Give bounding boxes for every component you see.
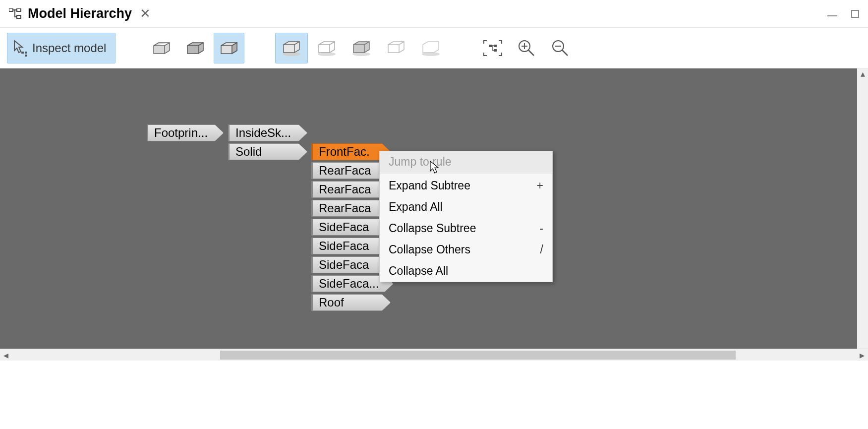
svg-line-18 [562, 50, 568, 56]
svg-rect-3 [21, 52, 24, 54]
box-shadow-icon [281, 40, 302, 57]
menu-item[interactable]: Expand Subtree+ [380, 175, 552, 196]
svg-line-14 [528, 50, 534, 56]
menu-item-label: Expand Subtree [389, 179, 470, 192]
vertical-scrollbar[interactable]: ▴ [857, 68, 868, 349]
menu-item-label: Collapse Others [389, 243, 470, 256]
shadow-mode-2-button[interactable] [311, 33, 343, 63]
inspect-model-button[interactable]: Inspect model [7, 33, 116, 63]
menu-item-label: Collapse Subtree [389, 222, 476, 235]
menu-item-label: Expand All [389, 200, 443, 214]
hierarchy-node[interactable]: Roof [311, 294, 391, 311]
view-mode-1-button[interactable] [146, 33, 177, 63]
cursor-select-icon [12, 40, 27, 57]
title-left: Model Hierarchy ✕ [9, 6, 151, 21]
hierarchy-node[interactable]: Footprin... [147, 124, 224, 141]
shadow-mode-5-button[interactable] [415, 33, 447, 63]
svg-rect-11 [494, 45, 497, 47]
hierarchy-icon [9, 8, 23, 19]
svg-rect-1 [17, 8, 21, 11]
zoom-out-icon [551, 39, 570, 58]
hierarchy-node[interactable]: SideFaca [311, 219, 391, 236]
toolbar: Inspect model [0, 28, 868, 68]
scroll-up-arrow[interactable]: ▴ [857, 68, 868, 79]
menu-item-shortcut: - [539, 222, 543, 235]
box-shaded-icon [219, 41, 239, 56]
menu-item-label: Collapse All [389, 264, 448, 278]
hierarchy-node[interactable]: SideFaca [311, 256, 391, 273]
window-controls [826, 8, 863, 20]
horizontal-scrollbar[interactable]: ◂ ▸ [0, 349, 868, 361]
hierarchy-node[interactable]: InsideSk... [228, 124, 307, 141]
fit-view-button[interactable] [477, 33, 508, 63]
inspect-model-label: Inspect model [32, 41, 106, 55]
minimize-button[interactable] [826, 8, 838, 20]
box-ghost-icon [385, 40, 407, 57]
svg-rect-4 [25, 52, 27, 54]
menu-item-shortcut: / [540, 243, 543, 256]
box-solid-icon [185, 41, 205, 56]
scroll-left-arrow[interactable]: ◂ [0, 349, 12, 361]
scroll-right-arrow[interactable]: ▸ [856, 349, 868, 361]
hierarchy-node[interactable]: FrontFac. [311, 143, 391, 160]
box-shadow3-icon [350, 40, 372, 57]
hierarchy-node[interactable]: RearFaca [311, 200, 391, 217]
svg-rect-10 [489, 45, 492, 47]
hierarchy-node[interactable]: RearFaca [311, 162, 391, 179]
scroll-thumb[interactable] [220, 351, 736, 360]
shadow-mode-4-button[interactable] [380, 33, 412, 63]
hierarchy-node[interactable]: Solid [228, 143, 307, 160]
zoom-in-icon [517, 39, 536, 58]
hierarchy-node[interactable]: RearFaca [311, 181, 391, 198]
svg-rect-12 [494, 49, 497, 52]
svg-rect-0 [9, 8, 13, 11]
box-ground-icon [420, 40, 442, 57]
svg-rect-5 [25, 55, 27, 57]
panel-title: Model Hierarchy [28, 6, 132, 21]
hierarchy-node[interactable]: SideFaca [311, 238, 391, 254]
context-menu: Jump to ruleExpand Subtree+Expand AllCol… [379, 151, 553, 282]
zoom-out-button[interactable] [545, 33, 576, 63]
menu-item[interactable]: Jump to rule [380, 151, 552, 173]
menu-item[interactable]: Collapse All [380, 260, 552, 282]
shadow-mode-3-button[interactable] [346, 33, 377, 63]
scroll-track[interactable] [12, 349, 856, 361]
box-wire-icon [152, 41, 172, 56]
menu-item[interactable]: Expand All [380, 196, 552, 218]
svg-rect-2 [17, 15, 21, 18]
close-tab-button[interactable]: ✕ [140, 6, 151, 21]
zoom-in-button[interactable] [511, 33, 542, 63]
fit-view-icon [483, 40, 503, 57]
maximize-button[interactable] [849, 8, 861, 20]
box-shadow2-icon [316, 40, 338, 57]
view-mode-2-button[interactable] [180, 33, 211, 63]
menu-item-shortcut: + [537, 179, 543, 192]
menu-item-label: Jump to rule [389, 155, 452, 169]
menu-item[interactable]: Collapse Subtree- [380, 218, 552, 239]
view-mode-3-button[interactable] [214, 33, 244, 63]
menu-separator [380, 174, 552, 174]
title-bar: Model Hierarchy ✕ [0, 0, 868, 28]
menu-item[interactable]: Collapse Others/ [380, 239, 552, 260]
shadow-mode-1-button[interactable] [275, 33, 308, 63]
